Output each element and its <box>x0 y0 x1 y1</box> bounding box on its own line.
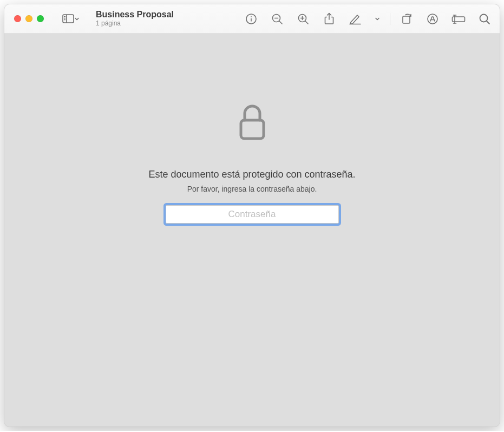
document-title-group: Business Proposal 1 página <box>96 10 174 27</box>
svg-point-18 <box>428 14 437 24</box>
search-button[interactable] <box>477 11 492 27</box>
content-area: Este documento está protegido con contra… <box>4 34 500 427</box>
highlight-menu-button[interactable] <box>374 11 381 27</box>
zoom-in-icon <box>297 13 309 25</box>
toolbar-separator <box>390 13 390 25</box>
window-controls <box>14 15 44 22</box>
info-icon <box>245 13 257 25</box>
lock-icon <box>238 104 267 142</box>
svg-rect-26 <box>241 120 264 139</box>
svg-point-7 <box>251 16 252 17</box>
zoom-out-button[interactable] <box>270 11 285 27</box>
share-button[interactable] <box>322 11 337 27</box>
sidebar-toggle-button[interactable] <box>60 12 82 25</box>
minimize-window-button[interactable] <box>25 15 32 22</box>
svg-line-12 <box>305 21 308 24</box>
zoom-out-icon <box>271 13 283 25</box>
svg-line-9 <box>279 21 282 24</box>
svg-line-25 <box>487 21 489 24</box>
share-icon <box>324 12 335 25</box>
form-fields-icon <box>451 14 466 24</box>
toolbar <box>244 11 492 27</box>
title-bar: Business Proposal 1 página <box>4 4 500 34</box>
zoom-in-button[interactable] <box>296 11 311 27</box>
close-window-button[interactable] <box>14 15 21 22</box>
document-subtitle: 1 página <box>96 20 174 28</box>
form-fields-button[interactable] <box>451 11 466 27</box>
svg-rect-17 <box>403 16 410 23</box>
highlight-icon <box>349 13 362 25</box>
markup-icon <box>427 13 438 25</box>
locked-headline: Este documento está protegido con contra… <box>148 169 355 180</box>
locked-subtext: Por favor, ingresa la contraseña abajo. <box>187 185 317 193</box>
svg-rect-0 <box>63 15 74 23</box>
document-title: Business Proposal <box>96 10 174 19</box>
rotate-icon <box>401 13 413 25</box>
sidebar-icon <box>62 14 74 23</box>
search-icon <box>479 13 490 25</box>
svg-rect-20 <box>453 17 465 22</box>
rotate-button[interactable] <box>399 11 414 27</box>
password-input[interactable] <box>166 205 339 224</box>
fullscreen-window-button[interactable] <box>37 15 44 22</box>
info-button[interactable] <box>244 11 259 27</box>
window-frame: Business Proposal 1 página <box>4 4 500 427</box>
chevron-down-icon <box>74 16 80 22</box>
chevron-down-icon <box>375 16 380 22</box>
highlight-button[interactable] <box>348 11 363 27</box>
markup-button[interactable] <box>425 11 440 27</box>
